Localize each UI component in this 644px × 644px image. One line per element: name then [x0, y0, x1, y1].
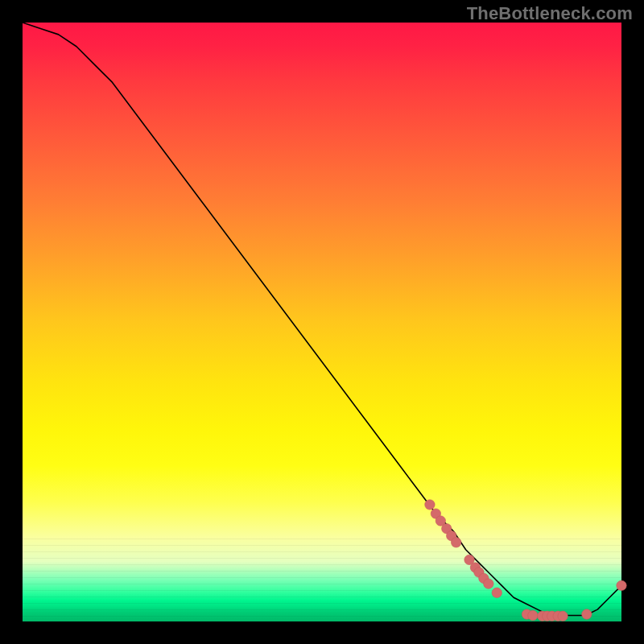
data-marker [492, 588, 502, 597]
chart-svg [23, 23, 621, 621]
data-marker [617, 580, 626, 590]
bottleneck-curve [23, 23, 621, 616]
data-marker [425, 500, 435, 510]
data-marker [451, 538, 460, 547]
data-marker [528, 610, 538, 620]
data-marker [558, 611, 568, 621]
watermark-text: TheBottleneck.com [467, 3, 633, 24]
plot-area [23, 23, 621, 621]
data-marker [484, 579, 493, 588]
data-marker [582, 609, 592, 619]
